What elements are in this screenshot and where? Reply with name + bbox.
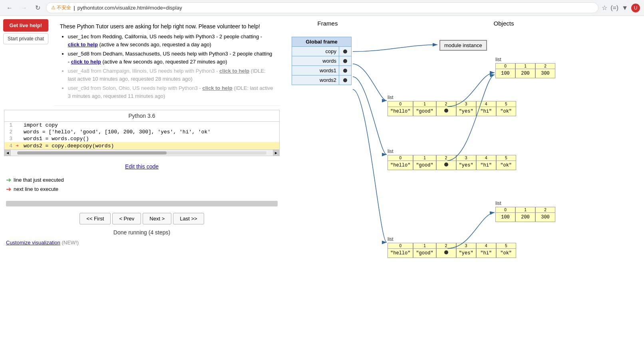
global-frame-header: Global frame — [292, 37, 352, 47]
frame-var-words1: words1 — [292, 66, 339, 75]
list3-cells: 0 "hello" 1 "good" 2 3 "yes" — [388, 155, 516, 170]
list5-cell-0: 0 "hello" — [388, 243, 413, 258]
progress-area — [0, 198, 284, 210]
frame-row-words1: words1 — [292, 66, 352, 75]
page-content: Get live help! Start private chat These … — [0, 16, 644, 346]
list3-cell-5: 5 "ok" — [496, 155, 516, 170]
list-item: user_1ec from Redding, California, US ne… — [68, 33, 274, 48]
horizontal-scrollbar[interactable]: ◀ ▶ — [4, 149, 279, 156]
bookmark-icon[interactable]: ☆ — [602, 4, 607, 12]
first-button[interactable]: << First — [80, 213, 111, 224]
edit-code-link[interactable]: Edit this code — [125, 163, 159, 170]
live-help-button[interactable]: Get live help! — [3, 19, 48, 32]
user-3-text: user_4a8 from Champaign, Illinois, US ne… — [68, 68, 219, 74]
customize-link[interactable]: Customize visualization — [6, 240, 60, 246]
user-1-help-link[interactable]: click to help — [68, 42, 98, 48]
help-users-list: user_1ec from Redding, California, US ne… — [60, 33, 274, 100]
list1-label: list — [495, 57, 555, 62]
list4-container: list 0 100 1 200 2 300 — [495, 200, 555, 222]
user-3-help-link[interactable]: click to help — [219, 68, 249, 74]
line-code-2: words = ['hello', 'good', [100, 200, 300… — [24, 129, 211, 135]
list2-container: list 0 "hello" 1 "good" 2 3 — [388, 95, 516, 116]
module-instance-container: module instance — [439, 40, 487, 51]
list3-container: list 0 "hello" 1 "good" 2 3 — [388, 149, 516, 170]
frame-row-words: words — [292, 56, 352, 66]
scroll-left-button[interactable]: ◀ — [4, 150, 11, 156]
list2-cell-0: 0 "hello" — [388, 101, 413, 116]
frame-val-copy — [339, 47, 351, 56]
red-arrow-icon: ➔ — [6, 185, 11, 193]
list4-cells: 0 100 1 200 2 300 — [495, 207, 555, 222]
list4-label: list — [495, 200, 555, 206]
frame-var-copy: copy — [292, 47, 339, 56]
list5-cell-5: 5 "ok" — [496, 243, 516, 258]
back-button[interactable]: ← — [4, 3, 15, 13]
list3-cell-1: 1 "good" — [413, 155, 436, 170]
frames-label: Frames — [288, 20, 368, 27]
code-header: Python 3.6 — [4, 110, 279, 122]
edit-link-container: Edit this code — [0, 160, 284, 173]
legend-red: ➔ next line to execute — [6, 185, 278, 193]
ext-icon-1[interactable]: (=) — [610, 4, 618, 12]
list3-cell-2: 2 — [436, 155, 456, 170]
next-button[interactable]: Next > — [143, 213, 171, 224]
legend: ➔ line that just executed ➔ next line to… — [0, 173, 284, 198]
last-button[interactable]: Last >> — [173, 213, 204, 224]
list3-label: list — [388, 149, 516, 154]
list5-cell-2: 2 — [436, 243, 456, 258]
user-2-extra: (active a few seconds ago, requested 27 … — [102, 59, 227, 65]
list1-cells: 0 100 1 200 2 300 — [495, 63, 555, 78]
list3-cell-4: 4 "hi" — [476, 155, 496, 170]
list2-cell-5: 5 "ok" — [496, 101, 516, 116]
private-chat-button[interactable]: Start private chat — [3, 33, 48, 44]
frame-val-words — [339, 56, 351, 65]
user-4-help-link[interactable]: click to help — [202, 85, 232, 91]
prev-button[interactable]: < Prev — [112, 213, 141, 224]
code-panel: Python 3.6 1 import copy 2 words = ['hel… — [4, 110, 280, 156]
list2-cell-2: 2 — [436, 101, 456, 116]
list4-cell-1: 1 200 — [515, 207, 535, 222]
list1-cell-0: 0 100 — [495, 63, 515, 78]
list2-label: list — [388, 95, 516, 100]
help-title: These Python Tutor users are asking for … — [60, 23, 274, 30]
user-1-text: user_1ec from Redding, California, US ne… — [68, 34, 262, 40]
frame-dot-words1 — [343, 69, 347, 73]
list2-cell-4: 4 "hi" — [476, 101, 496, 116]
code-area: 1 import copy 2 words = ['hello', 'good'… — [4, 122, 279, 156]
list3-dot — [444, 163, 448, 167]
user-1-extra: (active a few seconds ago, requested a d… — [99, 42, 211, 48]
list2-cell-3: 3 "yes" — [456, 101, 476, 116]
browser-actions: ☆ (=) ▼ U — [602, 4, 640, 12]
scrollbar-thumb[interactable] — [17, 151, 167, 155]
url-bar[interactable]: ⚠ 不安全 | pythontutor.com/visualize.html#m… — [46, 2, 598, 13]
scroll-right-button[interactable]: ▶ — [273, 150, 279, 156]
navigation-buttons: << First < Prev Next > Last >> — [0, 210, 284, 228]
frame-val-words1 — [339, 66, 351, 75]
list5-cell-1: 1 "good" — [413, 243, 436, 258]
right-panel: Frames Objects Global frame copy words w… — [284, 16, 644, 346]
list1-container: list 0 100 1 200 2 300 — [495, 57, 555, 78]
list-item: user_4a8 from Champaign, Illinois, US ne… — [68, 67, 274, 83]
line-num-1: 1 — [4, 122, 16, 128]
progress-bar[interactable] — [6, 201, 278, 206]
forward-button[interactable]: → — [18, 3, 30, 13]
line-num-3: 3 — [4, 136, 16, 142]
ext-icon-2[interactable]: ▼ — [622, 4, 628, 12]
code-line-4: 4 ➔ words2 = copy.deepcopy(words) — [4, 142, 279, 149]
frame-dot-words — [343, 59, 347, 63]
customize-link-container: Customize visualization (NEW!) — [0, 237, 284, 248]
user-2-help-link[interactable]: click to help — [71, 59, 101, 65]
user-avatar[interactable]: U — [631, 4, 640, 12]
line-code-4: words2 = copy.deepcopy(words) — [24, 143, 114, 149]
status-text: Done running (4 steps) — [0, 228, 284, 237]
legend-green: ➔ line that just executed — [6, 176, 278, 184]
code-line-1: 1 import copy — [4, 122, 279, 129]
frames-objects-header: Frames Objects — [288, 20, 640, 27]
frame-row-copy: copy — [292, 47, 352, 56]
url-text: pythontutor.com/visualize.html#mode=disp… — [78, 5, 182, 11]
progress-bar-fill — [6, 201, 277, 206]
list5-cell-4: 4 "hi" — [476, 243, 496, 258]
reload-button[interactable]: ↻ — [33, 2, 43, 13]
code-line-3: 3 words1 = words.copy() — [4, 135, 279, 142]
list5-container: list 0 "hello" 1 "good" 2 3 — [388, 236, 516, 258]
